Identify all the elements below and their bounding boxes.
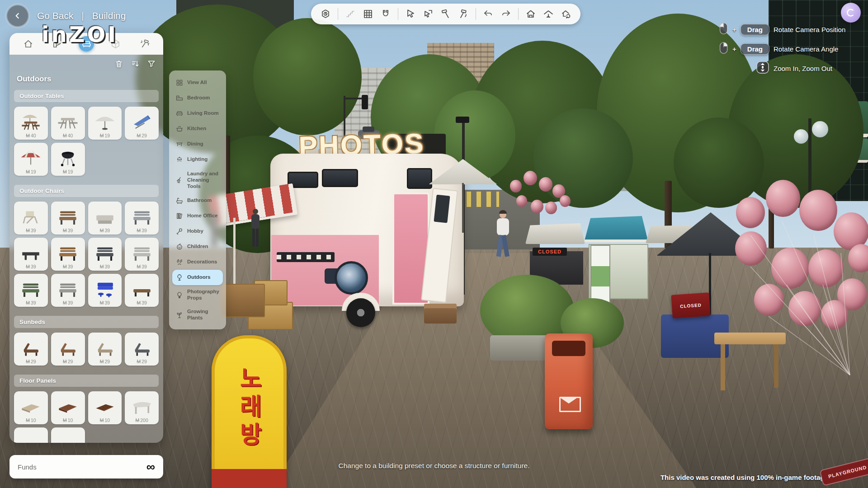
catalog-item-floor-panel-partial[interactable] <box>51 427 85 443</box>
catalog-item-mesh-bench[interactable]: M39 <box>88 238 122 271</box>
category-decorations[interactable]: Decorations <box>172 254 223 270</box>
category-view-all[interactable]: View All <box>172 75 223 90</box>
toolbar-divider <box>518 8 519 20</box>
plus-sign: + <box>732 26 736 33</box>
category-hobby[interactable]: Hobby <box>172 224 223 239</box>
catalog-item-beige-floor-panel[interactable]: M10 <box>14 391 48 424</box>
catalog-item-slatted-bench[interactable]: M39 <box>125 238 159 271</box>
catalog-item-dark-wood-sunbed[interactable]: M29 <box>14 333 48 366</box>
hammer-icon[interactable] <box>440 9 451 19</box>
canvas-icon <box>846 8 856 18</box>
category-label: Laundry and Cleaning Tools <box>187 171 220 189</box>
inzoi-logo: inZOI <box>42 22 118 47</box>
camera-help-row: Zoom In, Zoom Out <box>756 61 862 76</box>
category-laundry[interactable]: Laundry and Cleaning Tools <box>172 167 223 193</box>
catalog-item-blue-parasol[interactable]: M29 <box>125 107 159 140</box>
category-dining[interactable]: Dining <box>172 136 223 152</box>
catalog-item-gray-wood-bench[interactable]: M39 <box>51 274 85 307</box>
tree-canopy <box>253 18 362 136</box>
catalog-item-gray-sunbed[interactable]: M29 <box>125 333 159 366</box>
pink-balloon <box>545 202 557 214</box>
catalog-item-wood-deck-panel[interactable]: M10 <box>51 391 85 424</box>
category-bathroom[interactable]: Bathroom <box>172 193 223 208</box>
section-header: Sunbeds <box>14 316 159 328</box>
category-label: View All <box>187 80 207 86</box>
ornate-lamp-pole <box>808 118 811 197</box>
category-children[interactable]: Children <box>172 239 223 254</box>
item-price: M19 <box>51 169 85 174</box>
trash-icon[interactable] <box>114 59 123 68</box>
mouse-right-icon <box>719 41 728 56</box>
category-bedroom[interactable]: Bedroom <box>172 90 223 106</box>
catalog-item-wood-metal-bench[interactable]: M39 <box>51 238 85 271</box>
environment-icon[interactable] <box>320 9 331 19</box>
catalog-item-blue-bench-with-stools[interactable]: M39 <box>88 274 122 307</box>
photography-icon <box>175 291 184 299</box>
item-price: M39 <box>88 228 122 233</box>
catalog-item-folding-chair[interactable]: M39 <box>14 202 48 235</box>
house-build-icon[interactable] <box>525 9 536 19</box>
category-label: Photography Props <box>187 289 220 301</box>
category-label: Kitchen <box>187 126 206 132</box>
category-label: Children <box>187 244 208 250</box>
grid-icon[interactable] <box>363 9 373 19</box>
sort-icon[interactable] <box>131 59 140 68</box>
category-home-office[interactable]: Home Office <box>172 208 223 224</box>
pink-balloon <box>524 171 537 185</box>
catalog-item-canopy-pergola[interactable]: M200 <box>125 391 159 424</box>
undo-icon[interactable] <box>483 9 494 19</box>
bathroom-icon <box>175 197 184 205</box>
redo-icon[interactable] <box>500 9 511 19</box>
category-growing-plants[interactable]: Growing Plants <box>172 305 223 325</box>
catalog-panel: Outdoors Outdoor TablesM40M40M19M29M19M1… <box>9 33 163 443</box>
category-label: Outdoors <box>187 274 211 281</box>
category-label: Growing Plants <box>187 309 220 321</box>
catalog-item-floor-panel-partial[interactable] <box>14 427 48 443</box>
closed-sign-board: CLOSED <box>671 292 710 319</box>
catalog-item-picnic-table[interactable]: M40 <box>51 107 85 140</box>
house-reset-icon[interactable] <box>561 9 571 19</box>
tab-home[interactable] <box>20 36 36 52</box>
catalog-item-metal-bench[interactable]: M39 <box>125 202 159 235</box>
catalog-item-concrete-bench[interactable]: M39 <box>88 202 122 235</box>
go-back-button[interactable] <box>6 5 29 27</box>
catalog-item-red-parasol[interactable]: M19 <box>14 143 48 176</box>
trailer-wheel <box>346 298 375 327</box>
catalog-item-white-parasol[interactable]: M19 <box>88 107 122 140</box>
filter-icon[interactable] <box>147 59 156 68</box>
category-living-room[interactable]: Living Room <box>172 106 223 121</box>
catalog-item-low-wooden-bench[interactable]: M39 <box>125 274 159 307</box>
catalog-item-slatted-floor-panel[interactable]: M10 <box>88 391 122 424</box>
category-outdoors[interactable]: Outdoors <box>172 270 223 285</box>
canvas-button[interactable] <box>841 3 861 23</box>
catalog-item-wood-sunbed[interactable]: M29 <box>51 333 85 366</box>
magnet-icon[interactable] <box>380 9 391 19</box>
category-lighting[interactable]: Lighting <box>172 152 223 167</box>
item-price: M39 <box>14 264 48 269</box>
item-price: M200 <box>125 418 159 423</box>
category-kitchen[interactable]: Kitchen <box>172 121 223 136</box>
roof-build-icon[interactable] <box>543 9 554 19</box>
stairs-icon[interactable] <box>345 9 356 19</box>
rotate-object-icon[interactable] <box>423 9 434 19</box>
catalog-item-charcoal-grill[interactable]: M19 <box>51 143 85 176</box>
pink-balloon <box>539 177 552 192</box>
item-price: M39 <box>51 300 85 305</box>
sledgehammer-icon[interactable] <box>458 9 469 19</box>
catalog-item-wooden-park-bench[interactable]: M39 <box>51 202 85 235</box>
section-header: Outdoor Tables <box>14 90 159 102</box>
karaoke-sign-band <box>212 469 287 488</box>
category-label: Bathroom <box>187 197 212 204</box>
catalog-item-picnic-table-with-umbrella[interactable]: M40 <box>14 107 48 140</box>
awning-pole <box>233 218 236 286</box>
catalog-item-black-modern-bench[interactable]: M39 <box>14 238 48 271</box>
item-price: M29 <box>14 359 48 364</box>
select-cursor-icon[interactable] <box>405 9 416 19</box>
go-back-label[interactable]: Go Back <box>37 10 74 21</box>
tab-style-tools[interactable] <box>137 36 152 52</box>
camera-decal <box>325 257 366 292</box>
catalog-item-cushioned-sunbed[interactable]: M29 <box>88 333 122 366</box>
camera-help-panel: +DragRotate Camera Position+DragRotate C… <box>719 22 862 76</box>
category-photography[interactable]: Photography Props <box>172 285 223 305</box>
catalog-item-green-metal-bench[interactable]: M39 <box>14 274 48 307</box>
